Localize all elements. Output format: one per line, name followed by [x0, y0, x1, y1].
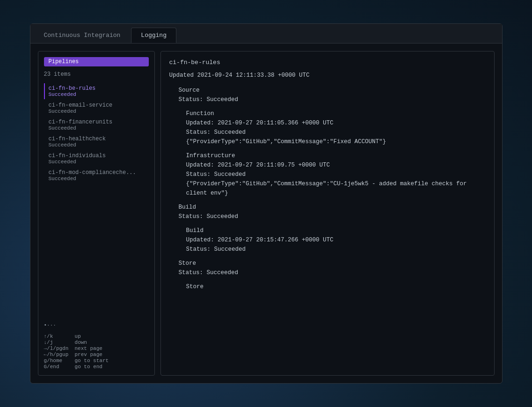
pipeline-item-0[interactable]: ci-fn-be-rules Succeeded [44, 83, 149, 99]
log-section-line-2-2: {"ProviderType":"GitHub","CommitMessage"… [169, 179, 486, 198]
pipeline-status-2: Succeeded [49, 125, 146, 131]
log-section-title-2: Infrastructure [169, 151, 486, 160]
log-section-line-1-0: Updated: 2021-09-27 20:11:05.366 +0000 U… [169, 118, 486, 128]
log-section-line-4-1: Status: Succeeded [169, 245, 486, 254]
log-section-line-3-0: Status: Succeeded [169, 212, 486, 221]
keybinding-0: ↑/k up [44, 334, 149, 339]
log-section-title-4: Build [169, 226, 486, 235]
log-section-line-5-0: Status: Succeeded [169, 268, 486, 277]
keybinding-2: →/l/pgdn next page [44, 346, 149, 351]
pipeline-name-3: ci-fn-healthcheck [49, 136, 146, 142]
pipeline-item-1[interactable]: ci-fn-email-service Succeeded [44, 100, 149, 116]
log-section-0: Source Status: Succeeded [169, 86, 486, 104]
pipeline-list: ci-fn-be-rules Succeeded ci-fn-email-ser… [44, 83, 149, 319]
pipeline-name-4: ci-fn-individuals [49, 153, 146, 159]
log-section-line-1-1: Status: Succeeded [169, 128, 486, 137]
keybinding-5: G/end go to end [44, 364, 149, 370]
content-area: Pipelines 23 items ci-fn-be-rules Succee… [30, 44, 502, 383]
pipeline-name-2: ci-fn-financerunits [49, 119, 146, 125]
log-section-3: Build Status: Succeeded [169, 203, 486, 221]
log-section-line-0-0: Status: Succeeded [169, 95, 486, 104]
log-section-title-3: Build [169, 203, 486, 212]
pipeline-item-2[interactable]: ci-fn-financerunits Succeeded [44, 117, 149, 133]
keybinding-1: ↓/j down [44, 340, 149, 345]
main-window: Continuous Integraion Logging Pipelines … [30, 23, 503, 384]
left-panel: Pipelines 23 items ci-fn-be-rules Succee… [38, 51, 155, 376]
tab-bar: Continuous Integraion Logging [30, 24, 502, 44]
pipeline-status-1: Succeeded [49, 109, 146, 114]
pipeline-status-4: Succeeded [49, 159, 146, 165]
pipeline-status-0: Succeeded [49, 92, 146, 97]
pipelines-badge: Pipelines [44, 57, 149, 66]
log-section-title-1: Function [169, 109, 486, 118]
keybinding-3: ←/h/pgup prev page [44, 352, 149, 357]
pipeline-status-5: Succeeded [49, 176, 146, 182]
log-section-line-2-0: Updated: 2021-09-27 20:11:09.75 +0000 UT… [169, 160, 486, 170]
log-section-title-6: Store [169, 282, 486, 291]
pipeline-name-0: ci-fn-be-rules [49, 85, 146, 92]
pipeline-name-5: ci-fn-mod-complianceche... [49, 169, 146, 176]
log-section-line-1-2: {"ProviderType":"GitHub","CommitMessage"… [169, 137, 486, 146]
log-section-2: Infrastructure Updated: 2021-09-27 20:11… [169, 151, 486, 198]
log-section-line-4-0: Updated: 2021-09-27 20:15:47.266 +0000 U… [169, 235, 486, 245]
pipeline-item-3[interactable]: ci-fn-healthcheck Succeeded [44, 134, 149, 150]
log-section-5: Store Status: Succeeded [169, 259, 486, 277]
log-section-6: Store [169, 282, 486, 291]
log-updated: Updated 2021-09-24 12:11:33.38 +0000 UTC [169, 71, 486, 80]
pipeline-name-1: ci-fn-email-service [49, 102, 146, 109]
keybindings: ↑/k up ↓/j down →/l/pgdn next page ←/h/p… [44, 334, 149, 370]
log-section-title-5: Store [169, 259, 486, 268]
log-section-title-0: Source [169, 86, 486, 95]
log-section-1: Function Updated: 2021-09-27 20:11:05.36… [169, 109, 486, 146]
tab-continuous-integration[interactable]: Continuous Integraion [34, 28, 131, 43]
dots-indicator: •··· [44, 322, 149, 328]
right-panel[interactable]: ci-fn-be-rules Updated 2021-09-24 12:11:… [160, 51, 495, 376]
log-title: ci-fn-be-rules [169, 58, 486, 68]
pipeline-status-3: Succeeded [49, 142, 146, 148]
keybinding-4: g/home go to start [44, 358, 149, 363]
pipeline-item-5[interactable]: ci-fn-mod-complianceche... Succeeded [44, 167, 149, 183]
items-count: 23 items [44, 71, 149, 78]
log-section-4: Build Updated: 2021-09-27 20:15:47.266 +… [169, 226, 486, 254]
log-section-line-2-1: Status: Succeeded [169, 170, 486, 179]
tab-logging[interactable]: Logging [131, 28, 176, 43]
pipeline-item-4[interactable]: ci-fn-individuals Succeeded [44, 151, 149, 167]
